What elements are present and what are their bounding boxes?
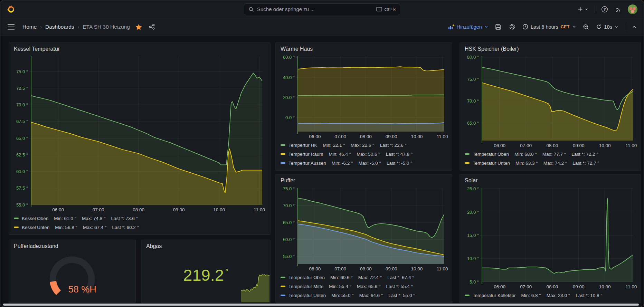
legend-series-label[interactable]: Temperatur Unten <box>288 293 326 298</box>
breadcrumb-separator: › <box>78 24 79 30</box>
legend-stat: Last *: 55.0 ° <box>388 293 415 298</box>
search-input[interactable]: Suche oder springe zu ... ctrl+k <box>244 3 400 15</box>
panel-title[interactable]: Pufferladezustand <box>9 240 135 250</box>
svg-text:10:00: 10:00 <box>411 266 423 271</box>
chevron-down-icon <box>585 7 588 11</box>
legend-item[interactable]: Temperatur UntenMin: 55.0 °Max: 64.6 °La… <box>281 291 447 300</box>
legend-item[interactable]: Temperatur ObenMin: 60.6 °Max: 72.4 °Las… <box>281 273 447 282</box>
zoom-out-button[interactable] <box>582 23 590 31</box>
time-series-chart[interactable]: 06:0007:0008:0009:0010:0011:0065.0 °70.0… <box>462 54 637 150</box>
help-button[interactable]: ? <box>600 5 609 13</box>
time-series-chart[interactable]: 06:0007:0008:0009:0010:0011:0055.0 °57.5… <box>11 54 267 214</box>
new-menu-button[interactable] <box>577 6 589 13</box>
time-series-chart[interactable]: 06:0007:0008:0009:0010:0011:000.0 °20.0 … <box>278 54 448 141</box>
legend-series-label[interactable]: Tempertur Raum <box>288 152 323 157</box>
refresh-picker[interactable]: 10s <box>596 24 618 30</box>
legend-item[interactable]: Temperatur UntenMin: 63.3 °Max: 74.2 °La… <box>465 159 636 167</box>
legend-series-label[interactable]: Tempertur Aussen <box>288 161 326 166</box>
legend-series-label[interactable]: Temperatur Unten <box>473 161 510 166</box>
legend-series-label[interactable]: Tempertur HK <box>288 143 317 148</box>
legend-swatch <box>465 153 470 155</box>
legend-item[interactable]: Temperatur MitteMin: 55.4 °Max: 65.6 °La… <box>281 282 447 291</box>
legend-stat: Last *: 22.6 ° <box>380 143 406 148</box>
horizontal-scrollbar[interactable] <box>3 304 639 306</box>
svg-text:10:00: 10:00 <box>599 284 611 289</box>
svg-text:20.0 °: 20.0 ° <box>283 95 295 100</box>
legend-stat: Max: -5.0 ° <box>358 161 381 166</box>
legend-item[interactable]: Tempertur HKMin: 22.1 °Max: 22.6 °Last *… <box>281 141 447 150</box>
svg-text:07:00: 07:00 <box>520 284 532 289</box>
chevron-up-icon <box>632 25 637 29</box>
legend-swatch <box>281 144 285 146</box>
news-button[interactable] <box>614 5 622 13</box>
svg-text:62.5 °: 62.5 ° <box>16 152 28 157</box>
panel-title[interactable]: HSK Speicher (Boiler) <box>460 43 641 53</box>
legend-item[interactable]: Kessel UntenMin: 56.8 °Max: 67.4 °Last *… <box>14 223 265 232</box>
panel-title[interactable]: Kessel Temperatur <box>9 43 270 53</box>
save-icon <box>495 24 501 30</box>
legend-stat: Max: 64.6 ° <box>359 293 383 298</box>
stat-value: 219.2° <box>183 267 228 283</box>
legend-stat: Max: 74.8 ° <box>82 216 105 221</box>
panel-title[interactable]: Solar <box>460 174 641 184</box>
legend-item[interactable]: Tempertur RaumMin: 46.4 °Max: 50.6 °Last… <box>281 150 447 159</box>
legend-series-label[interactable]: Kessel Unten <box>22 225 49 230</box>
refresh-icon <box>596 24 602 30</box>
svg-text:0.0 °: 0.0 ° <box>285 115 295 120</box>
legend-series-label[interactable]: Temperatur Kollektor <box>473 293 516 298</box>
svg-text:15.0 °: 15.0 ° <box>467 233 479 238</box>
gauge-chart[interactable]: 58 %H <box>9 250 135 303</box>
share-icon[interactable] <box>149 24 155 30</box>
breadcrumb-current: ETA SH 30 Heizung <box>83 24 130 30</box>
svg-text:70.0 °: 70.0 ° <box>467 98 479 104</box>
panel-title[interactable]: Puffer <box>276 174 452 184</box>
legend-series-label[interactable]: Kessel Oben <box>22 216 48 221</box>
user-avatar[interactable] <box>628 4 637 14</box>
svg-text:60.0 °: 60.0 ° <box>16 169 28 174</box>
legend-item[interactable]: Tempertur AussenMin: -6.2 °Max: -5.0 °La… <box>281 159 447 167</box>
legend-item[interactable]: Kessel ObenMin: 61.0 °Max: 74.8 °Last *:… <box>14 214 265 223</box>
panel-kessel-temperatur: Kessel Temperatur 06:0007:0008:0009:0010… <box>9 42 271 235</box>
legend-series-label[interactable]: Temperatur Oben <box>288 275 325 280</box>
svg-text:70.0 °: 70.0 ° <box>283 203 295 208</box>
time-series-chart[interactable]: 06:0007:0008:0009:0010:0011:005.0 °10.0 … <box>462 185 637 291</box>
svg-text:09:00: 09:00 <box>573 143 585 148</box>
svg-text:07:00: 07:00 <box>520 143 532 148</box>
legend-stat: Max: 67.4 ° <box>83 225 106 230</box>
dashboard-settings-button[interactable] <box>508 23 516 31</box>
stat-chart[interactable]: 219.2° <box>141 250 270 303</box>
add-panel-button[interactable]: Hinzufügen <box>448 24 488 30</box>
legend-item[interactable]: Temperatur ObenMin: 68.0 °Max: 77.7 °Las… <box>465 150 636 159</box>
chart-legend: Temperatur KollektorMin: 6.8 °Max: 23.0 … <box>460 291 641 303</box>
legend-item[interactable]: Temperatur KollektorMin: 6.8 °Max: 23.0 … <box>465 291 636 300</box>
breadcrumb-home[interactable]: Home <box>22 24 37 30</box>
top-navbar: Suche oder springe zu ... ctrl+k <box>0 0 644 18</box>
legend-stat: Max: 22.6 ° <box>351 143 374 148</box>
time-range-picker[interactable]: Last 6 hours CET <box>522 24 576 30</box>
svg-text:09:00: 09:00 <box>173 207 185 212</box>
legend-stat: Min: 6.8 ° <box>521 293 541 298</box>
panel-title[interactable]: Abgas <box>141 240 270 250</box>
chevron-down-icon <box>615 25 618 29</box>
time-series-chart[interactable]: 06:0007:0008:0009:0010:0011:0055.0 °60.0… <box>278 185 448 273</box>
save-dashboard-button[interactable] <box>494 23 502 31</box>
favorite-star-icon[interactable] <box>135 24 142 30</box>
panel-hsk-speicher: HSK Speicher (Boiler) 06:0007:0008:0009:… <box>460 42 641 171</box>
legend-swatch <box>281 286 285 287</box>
svg-text:67.5 °: 67.5 ° <box>16 119 28 124</box>
mega-menu-button[interactable] <box>7 23 16 31</box>
chart-legend: Tempertur HKMin: 22.1 °Max: 22.6 °Last *… <box>276 141 452 170</box>
legend-series-label[interactable]: Temperatur Oben <box>473 152 509 157</box>
breadcrumb-dashboards[interactable]: Dashboards <box>45 24 74 30</box>
svg-text:09:00: 09:00 <box>573 284 585 289</box>
legend-stat: Last *: 47.8 ° <box>386 152 413 157</box>
legend-stat: Last *: 67.4 ° <box>387 275 414 280</box>
plus-icon <box>577 6 583 12</box>
chevron-down-icon <box>484 25 488 29</box>
legend-stat: Last *: 10.8 ° <box>576 293 602 298</box>
legend-stat: Min: -6.2 ° <box>332 161 353 166</box>
collapse-toolbar-button[interactable] <box>631 24 637 30</box>
legend-series-label[interactable]: Temperatur Mitte <box>288 284 323 289</box>
panel-title[interactable]: Wärme Haus <box>276 43 452 53</box>
svg-text:09:00: 09:00 <box>386 266 397 271</box>
